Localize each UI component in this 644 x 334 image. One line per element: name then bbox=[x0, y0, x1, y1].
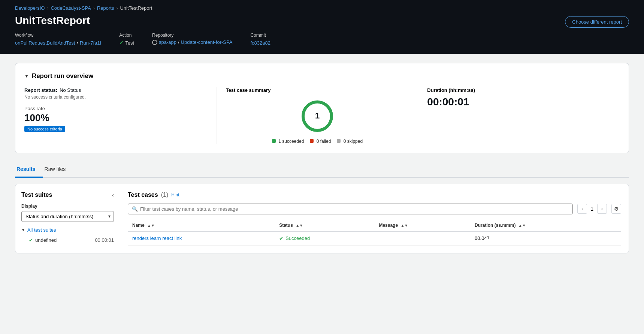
overview-title: ▼ Report run overview bbox=[24, 72, 620, 80]
page-title: UnitTestReport bbox=[15, 15, 270, 27]
test-case-summary-title: Test case summary bbox=[226, 87, 409, 93]
no-criteria-note: No success criteria configured. bbox=[24, 94, 208, 100]
test-cases-title: Test cases bbox=[128, 192, 158, 198]
breadcrumb-developersio[interactable]: DevelopersIO bbox=[15, 5, 45, 11]
meta-workflow: Workflow onPullRequestBuildAndTest • Run… bbox=[15, 33, 101, 46]
repo-name[interactable]: spa-app bbox=[159, 39, 176, 45]
pass-rate-value: 100% bbox=[24, 112, 208, 124]
donut-legend: 1 succeeded 0 failed 0 skipped bbox=[272, 139, 363, 144]
commit-value[interactable]: fc832a82 bbox=[250, 40, 270, 46]
cell-duration: 00.047 bbox=[470, 231, 621, 246]
col-duration-label: Duration (ss.mmm) bbox=[475, 223, 515, 228]
col-status: Status ▲▼ bbox=[275, 220, 374, 231]
search-filter-row: 🔍 ‹ 1 › ⚙ bbox=[128, 204, 621, 214]
meta-commit: Commit fc832a82 bbox=[250, 33, 270, 46]
breadcrumb-sep-3: › bbox=[116, 6, 118, 11]
breadcrumb-sep-2: › bbox=[93, 6, 95, 11]
duration-value: 00:00:01 bbox=[427, 96, 611, 108]
breadcrumb: DevelopersIO › CodeCatalyst-SPA › Report… bbox=[15, 5, 629, 11]
meta-row: Workflow onPullRequestBuildAndTest • Run… bbox=[15, 33, 270, 46]
collapse-triangle-icon[interactable]: ▼ bbox=[24, 73, 29, 79]
success-circle-icon: ✔ bbox=[279, 235, 284, 241]
hint-link[interactable]: Hint bbox=[171, 192, 179, 198]
test-cases-header: Test cases (1) Hint bbox=[128, 192, 621, 198]
breadcrumb-sep-1: › bbox=[47, 6, 48, 11]
action-text: Test bbox=[125, 40, 134, 46]
col-status-sort-icon[interactable]: ▲▼ bbox=[296, 223, 303, 228]
suite-item-undefined[interactable]: ✔ undefined 00:00:01 bbox=[21, 236, 114, 244]
col-message-sort-icon[interactable]: ▲▼ bbox=[400, 223, 408, 228]
legend-dot-failed bbox=[310, 139, 314, 143]
tab-raw-files[interactable]: Raw files bbox=[43, 162, 73, 178]
page-title-block: UnitTestReport Workflow onPullRequestBui… bbox=[15, 15, 270, 46]
col-name-sort-icon[interactable]: ▲▼ bbox=[147, 223, 155, 228]
run-link[interactable]: Run-7fa1f bbox=[80, 40, 101, 46]
next-page-button[interactable]: › bbox=[597, 204, 607, 214]
search-box: 🔍 bbox=[128, 204, 573, 214]
search-input[interactable] bbox=[140, 206, 569, 212]
test-suites-title: Test suites ‹ bbox=[21, 192, 114, 198]
display-select[interactable]: Status and duration (hh:mm:ss)Status onl… bbox=[22, 211, 114, 222]
page-number: 1 bbox=[589, 206, 596, 212]
column-settings-button[interactable]: ⚙ bbox=[611, 204, 621, 214]
legend-failed-label: 0 failed bbox=[317, 139, 331, 144]
overview-card: ▼ Report run overview Report status: No … bbox=[15, 63, 629, 153]
duration-text: 00.047 bbox=[475, 235, 490, 241]
tab-results[interactable]: Results bbox=[15, 162, 43, 178]
table-header-row: Name ▲▼ Status ▲▼ Message ▲▼ Duration bbox=[128, 220, 621, 231]
suite-duration: 00:00:01 bbox=[95, 237, 114, 243]
cell-status: ✔ Succeeded bbox=[275, 231, 374, 246]
all-test-suites-label: All test suites bbox=[27, 227, 56, 233]
choose-different-report-button[interactable]: Choose different report bbox=[565, 16, 629, 28]
legend-dot-succeeded bbox=[272, 139, 276, 143]
meta-action: Action ✔ Test bbox=[119, 33, 134, 46]
table-body: renders learn react link ✔ Succeeded bbox=[128, 231, 621, 246]
suite-status-icon: ✔ bbox=[29, 237, 33, 243]
header-row: UnitTestReport Workflow onPullRequestBui… bbox=[15, 15, 629, 46]
duration-label: Duration (hh:mm:ss) bbox=[427, 87, 611, 93]
legend-succeeded-label: 1 succeeded bbox=[278, 139, 304, 144]
meta-repository: Repository spa-app / Update-content-for-… bbox=[152, 33, 232, 46]
action-value: ✔ Test bbox=[119, 40, 134, 46]
test-case-name-link[interactable]: renders learn react link bbox=[132, 235, 182, 241]
workflow-link[interactable]: onPullRequestBuildAndTest bbox=[15, 40, 75, 46]
all-test-suites-header[interactable]: ▼ All test suites bbox=[21, 227, 114, 233]
breadcrumb-current: UnitTestReport bbox=[120, 5, 152, 11]
col-duration: Duration (ss.mmm) ▲▼ bbox=[470, 220, 621, 231]
legend-skipped: 0 skipped bbox=[337, 139, 363, 144]
repo-branch[interactable]: Update-content-for-SPA bbox=[181, 39, 233, 45]
no-success-badge: No success criteria bbox=[24, 126, 65, 132]
legend-succeeded: 1 succeeded bbox=[272, 139, 304, 144]
status-succeeded: ✔ Succeeded bbox=[279, 235, 310, 241]
col-duration-sort-icon[interactable]: ▲▼ bbox=[518, 223, 526, 228]
overview-status-section: Report status: No Status No success crit… bbox=[24, 87, 217, 144]
overview-test-case-section: Test case summary 1 1 succeeded 0 fa bbox=[226, 87, 418, 144]
check-icon: ✔ bbox=[119, 40, 124, 46]
workflow-label: Workflow bbox=[15, 33, 101, 38]
display-select-wrapper: Status and duration (hh:mm:ss)Status onl… bbox=[21, 211, 114, 222]
suite-group: ▼ All test suites ✔ undefined 00:00:01 bbox=[21, 227, 114, 244]
repo-icon bbox=[152, 40, 157, 45]
col-message: Message ▲▼ bbox=[374, 220, 470, 231]
table-header: Name ▲▼ Status ▲▼ Message ▲▼ Duration bbox=[128, 220, 621, 231]
col-name: Name ▲▼ bbox=[128, 220, 275, 231]
donut-center-number: 1 bbox=[315, 111, 320, 120]
col-name-label: Name bbox=[132, 223, 145, 228]
suite-group-triangle-icon: ▼ bbox=[21, 228, 25, 232]
pagination: ‹ 1 › bbox=[577, 204, 607, 214]
breadcrumb-reports[interactable]: Reports bbox=[97, 5, 114, 11]
test-cases-count: (1) bbox=[161, 192, 169, 198]
cell-message bbox=[374, 231, 470, 246]
test-suites-collapse-icon[interactable]: ‹ bbox=[112, 192, 114, 198]
test-cases-panel: Test cases (1) Hint 🔍 ‹ 1 › ⚙ bbox=[120, 184, 629, 253]
legend-dot-skipped bbox=[337, 139, 341, 143]
breadcrumb-codecatalyst[interactable]: CodeCatalyst-SPA bbox=[51, 5, 91, 11]
legend-failed: 0 failed bbox=[310, 139, 331, 144]
pass-rate-label: Pass rate bbox=[24, 106, 208, 111]
test-suites-title-text: Test suites bbox=[21, 192, 52, 198]
prev-page-button[interactable]: ‹ bbox=[577, 204, 587, 214]
repository-label: Repository bbox=[152, 33, 232, 38]
display-label: Display bbox=[21, 204, 114, 209]
report-status-value: No Status bbox=[60, 87, 81, 93]
repo-sep: / bbox=[178, 39, 179, 45]
